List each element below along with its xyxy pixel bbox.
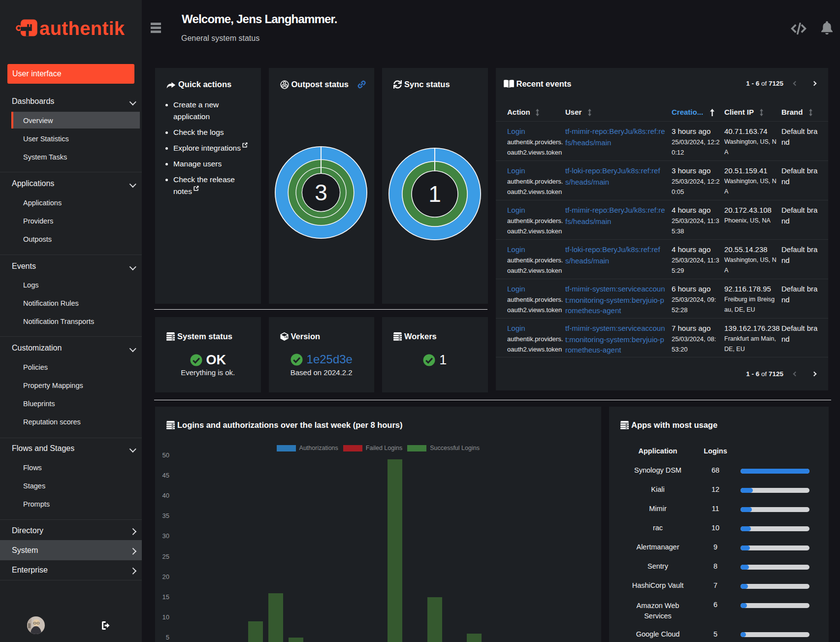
- svg-text:3: 3: [315, 180, 327, 205]
- svg-text:1: 1: [428, 181, 441, 207]
